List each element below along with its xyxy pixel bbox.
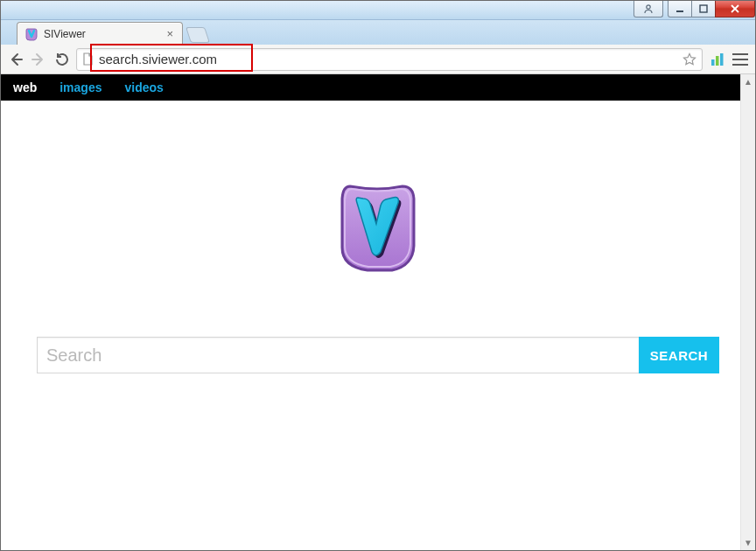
close-icon <box>730 4 740 13</box>
window-user-button[interactable] <box>634 1 663 17</box>
back-arrow-icon <box>8 52 24 67</box>
nav-tab-images[interactable]: images <box>60 80 102 94</box>
nav-tab-videos[interactable]: videos <box>124 80 163 94</box>
window-controls <box>634 1 755 18</box>
address-bar[interactable]: search.siviewer.com <box>76 48 703 71</box>
forward-arrow-icon <box>31 52 46 67</box>
tab-close-button[interactable]: × <box>164 28 175 39</box>
forward-button[interactable] <box>31 52 46 67</box>
hamburger-line <box>732 59 748 60</box>
search-category-nav: web images videos <box>1 74 755 101</box>
main-content: SEARCH <box>1 101 755 373</box>
page-content: web images videos SEARCH <box>1 74 755 550</box>
tab-favicon <box>24 27 38 41</box>
browser-tab[interactable]: SIViewer × <box>17 22 183 45</box>
svg-rect-1 <box>676 10 683 12</box>
search-input[interactable] <box>37 337 639 373</box>
svg-rect-2 <box>700 5 707 12</box>
scroll-up-arrow[interactable]: ▲ <box>741 74 755 89</box>
reload-button[interactable] <box>53 52 69 67</box>
browser-tabstrip: SIViewer × <box>1 20 755 45</box>
user-icon <box>643 3 654 14</box>
page-icon <box>82 52 94 66</box>
extension-button[interactable] <box>710 52 725 67</box>
scroll-track[interactable] <box>741 89 755 535</box>
minimize-icon <box>676 4 684 13</box>
window-minimize-button[interactable] <box>668 1 692 17</box>
vertical-scrollbar[interactable]: ▲ ▼ <box>740 74 755 550</box>
back-button[interactable] <box>8 52 24 67</box>
svg-rect-5 <box>720 53 724 66</box>
browser-toolbar: search.siviewer.com <box>1 45 755 74</box>
svg-point-0 <box>647 5 650 9</box>
search-button[interactable]: SEARCH <box>639 337 719 373</box>
svg-rect-4 <box>716 56 719 66</box>
window-titlebar <box>1 1 755 20</box>
search-form: SEARCH <box>37 337 719 373</box>
hamburger-line <box>732 53 748 55</box>
bookmark-star-button[interactable] <box>682 52 696 66</box>
svg-rect-3 <box>711 59 715 66</box>
site-logo <box>334 179 422 276</box>
nav-tab-web[interactable]: web <box>13 80 37 94</box>
hamburger-line <box>732 64 748 66</box>
address-bar-text: search.siviewer.com <box>99 52 682 66</box>
tab-title: SIViewer <box>44 28 164 40</box>
scroll-down-arrow[interactable]: ▼ <box>741 535 755 550</box>
window-maximize-button[interactable] <box>691 1 716 17</box>
reload-icon <box>54 52 69 66</box>
new-tab-button[interactable] <box>186 27 210 43</box>
browser-menu-button[interactable] <box>732 53 748 66</box>
window-close-button[interactable] <box>715 1 755 17</box>
maximize-icon <box>699 4 708 13</box>
